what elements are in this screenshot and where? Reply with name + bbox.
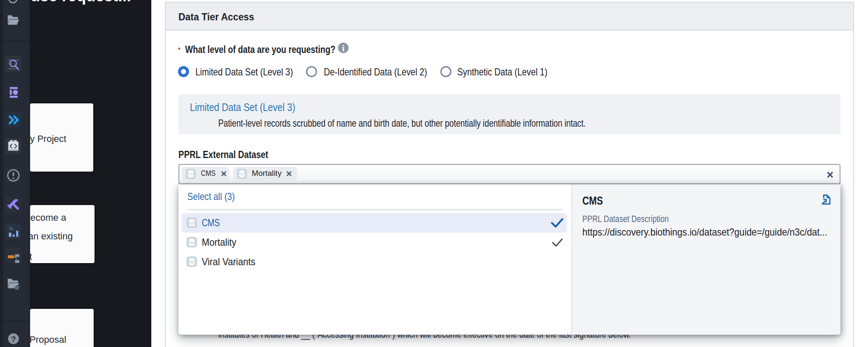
- svg-text:?: ?: [11, 335, 16, 344]
- svg-text:i: i: [342, 43, 345, 53]
